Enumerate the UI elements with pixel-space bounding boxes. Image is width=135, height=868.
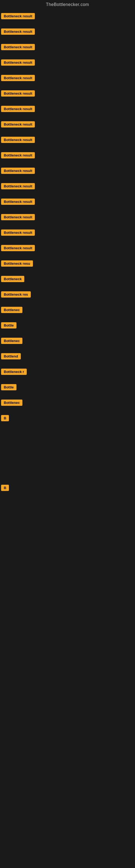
list-item[interactable]: Bottleneck result <box>1 88 135 103</box>
bottleneck-badge[interactable]: Bottleneck result <box>1 75 35 81</box>
list-item[interactable]: Bottleneck result <box>1 180 135 196</box>
bottleneck-badge[interactable]: Bottleneck res <box>1 291 31 298</box>
list-item <box>1 525 135 538</box>
list-item[interactable]: Bottleneck result <box>1 57 135 72</box>
list-item[interactable]: Bottleneck result <box>1 227 135 242</box>
bottleneck-badge[interactable]: Bottleneck result <box>1 106 35 112</box>
list-item[interactable]: B <box>1 412 135 428</box>
list-item[interactable]: Bottleneck r <box>1 366 135 381</box>
list-item[interactable]: Bottlenec <box>1 304 135 319</box>
list-item <box>1 552 135 565</box>
bottleneck-badge[interactable]: Bottleneck result <box>1 152 35 158</box>
bottleneck-badge[interactable]: Bottleneck result <box>1 59 35 66</box>
bottleneck-badge[interactable]: Bottleneck result <box>1 229 35 236</box>
list-item[interactable]: Bottlenec <box>1 397 135 412</box>
list-item[interactable]: Bottle <box>1 319 135 335</box>
site-title: TheBottlenecker.com <box>0 0 135 10</box>
list-item[interactable]: Bottleneck result <box>1 134 135 150</box>
bottleneck-badge[interactable]: Bottleneck result <box>1 13 35 19</box>
list-item[interactable]: Bottleneck result <box>1 26 135 41</box>
list-item <box>1 497 135 511</box>
list-item <box>1 511 135 525</box>
bottleneck-badge[interactable]: Bottleneck result <box>1 29 35 35</box>
bottleneck-badge[interactable]: Bottleneck result <box>1 90 35 97</box>
bottleneck-badge[interactable]: Bottleneck result <box>1 183 35 189</box>
list-item[interactable]: Bottleneck result <box>1 150 135 165</box>
bottleneck-badge[interactable]: Bottleneck result <box>1 121 35 127</box>
list-item[interactable]: Bottleneck result <box>1 196 135 211</box>
list-item <box>1 441 135 455</box>
bottleneck-badge[interactable]: Bottleneck result <box>1 167 35 174</box>
list-item <box>1 455 135 468</box>
list-item <box>1 468 135 482</box>
list-item[interactable]: Bottleneck res <box>1 289 135 304</box>
bottleneck-badge[interactable]: Bottle <box>1 322 16 329</box>
list-item[interactable]: Bottleneck result <box>1 242 135 258</box>
bottleneck-list: Bottleneck result Bottleneck result Bott… <box>0 10 135 565</box>
list-item[interactable]: Bottleneck result <box>1 165 135 180</box>
list-item[interactable]: Bottleneck result <box>1 41 135 57</box>
list-item[interactable]: Bottleneck result <box>1 103 135 119</box>
bottleneck-badge[interactable]: Bottleneck result <box>1 214 35 220</box>
bottleneck-badge[interactable]: Bottlend <box>1 353 21 360</box>
list-item[interactable]: Bottleneck resu <box>1 258 135 273</box>
bottleneck-badge[interactable]: Bottleneck <box>1 276 24 282</box>
list-item[interactable]: Bottleneck <box>1 273 135 289</box>
list-item[interactable]: Bottleneck result <box>1 72 135 88</box>
bottleneck-badge[interactable]: Bottle <box>1 384 16 390</box>
list-item[interactable]: Bottleneck result <box>1 119 135 134</box>
list-item[interactable]: Bottlenec <box>1 335 135 350</box>
list-item[interactable]: B <box>1 482 135 497</box>
bottleneck-badge[interactable]: Bottleneck resu <box>1 260 33 267</box>
bottleneck-badge[interactable]: Bottleneck result <box>1 137 35 143</box>
list-item[interactable]: Bottlend <box>1 350 135 366</box>
bottleneck-badge[interactable]: Bottleneck result <box>1 44 35 50</box>
bottleneck-badge[interactable]: B <box>1 415 9 421</box>
list-item[interactable]: Bottleneck result <box>1 10 135 26</box>
bottleneck-badge[interactable]: Bottlenec <box>1 400 22 406</box>
list-item[interactable]: Bottleneck result <box>1 211 135 227</box>
bottleneck-badge[interactable]: Bottleneck result <box>1 198 35 205</box>
bottleneck-badge[interactable]: B <box>1 485 9 491</box>
list-item <box>1 428 135 441</box>
bottleneck-badge[interactable]: Bottleneck result <box>1 245 35 251</box>
bottleneck-badge[interactable]: Bottleneck r <box>1 369 27 375</box>
bottleneck-badge[interactable]: Bottlenec <box>1 338 22 344</box>
list-item <box>1 538 135 552</box>
list-item[interactable]: Bottle <box>1 381 135 397</box>
bottleneck-badge[interactable]: Bottlenec <box>1 307 22 313</box>
